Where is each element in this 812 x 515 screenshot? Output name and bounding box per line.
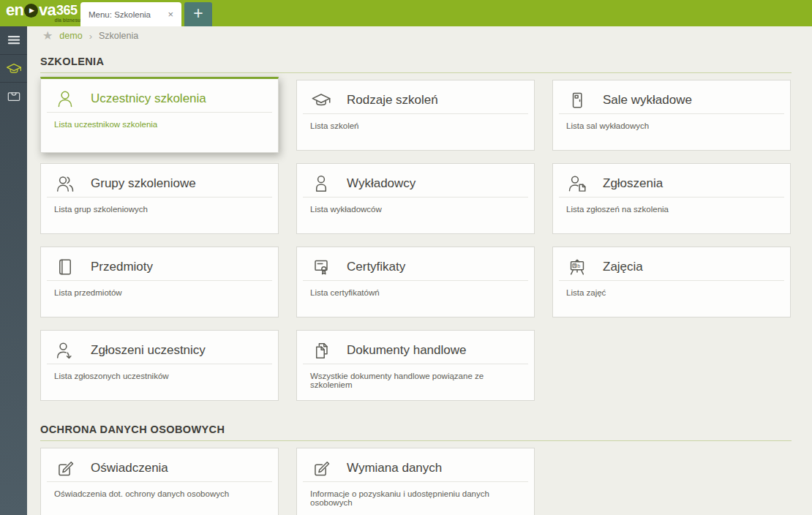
person-icon [54, 88, 76, 110]
section-title: OCHRONA DANYCH OSOBOWYCH [40, 424, 792, 441]
person-badge-icon [310, 173, 332, 195]
tile-subtitle: Wszystkie dokumenty handlowe powiązane z… [297, 364, 534, 389]
menu-section: OCHRONA DANYCH OSOBOWYCH Oświadczenia Oś… [40, 424, 792, 515]
tile-title: Przedmioty [91, 260, 153, 274]
menu-tile[interactable]: Dokumenty handlowe Wszystkie dokumenty h… [296, 330, 535, 401]
tile-title: Wykładowcy [347, 176, 416, 191]
menu-tile[interactable]: Ab Zajęcia Lista zajęć [552, 247, 791, 317]
favorite-star-icon[interactable]: ★ [42, 30, 53, 42]
tile-title: Grupy szkoleniowe [91, 176, 196, 191]
sidebar-item-szkolenia[interactable] [0, 54, 27, 82]
menu-tile[interactable]: Przedmioty Lista przedmiotów [40, 247, 279, 317]
person-arrow-icon [54, 339, 76, 361]
menu-tile[interactable]: Wymiana danych Informacje o pozyskaniu i… [296, 448, 535, 515]
sections-container: SZKOLENIA Uczestnicy szkolenia Lista ucz… [27, 56, 812, 515]
tile-subtitle: Lista grup szkoleniowych [41, 198, 278, 214]
tile-subtitle: Lista przedmiotów [41, 281, 278, 297]
tile-title: Certyfikaty [347, 260, 405, 274]
tile-subtitle: Informacje o pozyskaniu i udostępnieniu … [297, 482, 534, 507]
tile-subtitle: Oświadczenia dot. ochrony danych osobowy… [41, 482, 278, 498]
tile-title: Zajęcia [603, 260, 643, 274]
logo-text-va: va [39, 2, 56, 18]
section-title: SZKOLENIA [40, 56, 792, 73]
breadcrumb-item-demo[interactable]: demo [59, 31, 82, 41]
tile-title: Sale wykładowe [603, 93, 692, 108]
breadcrumb: ★ demo › Szkolenia [27, 26, 812, 45]
new-tab-button[interactable]: + [184, 2, 212, 26]
tile-subtitle: Lista zgłoszonych uczestników [41, 364, 278, 380]
tile-subtitle: Lista szkoleń [297, 114, 534, 130]
logo-text-en: en [6, 2, 23, 18]
app-logo: en ▶ va 365 dla biznesu [6, 1, 82, 23]
tile-title: Dokumenty handlowe [347, 343, 466, 358]
tile-title: Oświadczenia [91, 461, 168, 475]
top-bar: en ▶ va 365 dla biznesu Menu: Szkolenia … [0, 0, 812, 26]
tile-subtitle: Lista wykładowców [297, 198, 534, 214]
menu-tile[interactable]: Wykładowcy Lista wykładowców [296, 163, 535, 234]
door-icon [566, 89, 588, 111]
tile-subtitle: Lista certyfikatówń [297, 281, 534, 297]
close-icon[interactable]: × [168, 10, 173, 19]
tile-subtitle: Lista zgłoszeń na szkolenia [553, 198, 790, 214]
play-icon: ▶ [24, 4, 38, 18]
graduation-cap-icon [310, 89, 332, 111]
tile-title: Zgłoszeni uczestnicy [91, 343, 206, 358]
menu-tile[interactable]: Uczestnicy szkolenia Lista uczestnikow s… [40, 77, 279, 153]
tile-title: Rodzaje szkoleń [347, 93, 438, 108]
menu-tile[interactable]: Certyfikaty Lista certyfikatówń [296, 247, 535, 317]
sidebar [0, 26, 27, 515]
person-document-icon [566, 173, 588, 195]
sidebar-item-inbox[interactable] [0, 82, 27, 110]
tab-label: Menu: Szkolenia [89, 10, 151, 19]
graduation-cap-icon [5, 60, 23, 78]
edit-icon [310, 457, 332, 479]
easel-icon: Ab [566, 256, 588, 278]
tab-menu-szkolenia[interactable]: Menu: Szkolenia × [80, 2, 181, 26]
logo-text-365: 365 [56, 3, 78, 18]
svg-text:b: b [577, 263, 580, 268]
book-icon [54, 256, 76, 278]
tile-grid: Uczestnicy szkolenia Lista uczestnikow s… [40, 80, 792, 401]
chevron-right-icon: › [89, 31, 92, 42]
tile-subtitle: Lista sal wykładowych [553, 114, 790, 130]
menu-tile[interactable]: Grupy szkoleniowe Lista grup szkoleniowy… [40, 163, 279, 234]
menu-tile[interactable]: Rodzaje szkoleń Lista szkoleń [296, 80, 535, 151]
menu-tile[interactable]: Zgłoszenia Lista zgłoszeń na szkolenia [552, 163, 791, 234]
people-icon [54, 173, 76, 195]
certificate-icon [310, 256, 332, 278]
menu-toggle-button[interactable] [0, 26, 27, 54]
menu-icon [5, 31, 23, 49]
edit-icon [54, 457, 76, 479]
tile-title: Wymiana danych [347, 461, 442, 475]
menu-tile[interactable]: Zgłoszeni uczestnicy Lista zgłoszonych u… [40, 330, 279, 401]
drawer-icon [5, 88, 23, 105]
breadcrumb-item-current: Szkolenia [99, 31, 138, 41]
tile-title: Zgłoszenia [603, 176, 663, 191]
tile-title: Uczestnicy szkolenia [91, 91, 206, 106]
menu-section: SZKOLENIA Uczestnicy szkolenia Lista ucz… [40, 56, 792, 401]
documents-icon [310, 339, 332, 361]
tile-grid: Oświadczenia Oświadczenia dot. ochrony d… [40, 448, 792, 515]
menu-tile[interactable]: Sale wykładowe Lista sal wykładowych [552, 80, 791, 151]
tile-subtitle: Lista zajęć [553, 281, 790, 297]
tile-subtitle: Lista uczestnikow szkolenia [41, 113, 278, 129]
menu-tile[interactable]: Oświadczenia Oświadczenia dot. ochrony d… [40, 448, 279, 515]
main-content: ★ demo › Szkolenia SZKOLENIA Uczestnicy … [27, 26, 812, 515]
